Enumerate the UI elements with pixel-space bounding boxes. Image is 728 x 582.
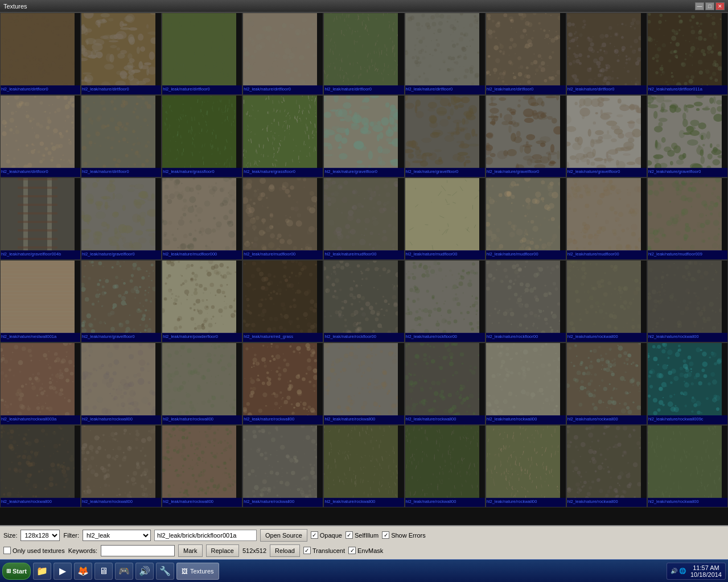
svg-point-5239 [166, 437, 170, 441]
svg-point-3092 [201, 326, 205, 330]
texture-item[interactable]: hl2_leak/nature/rockwall00 [242, 425, 323, 507]
texture-item[interactable]: hl2_leak/nature/rockwall00 [323, 425, 404, 507]
svg-point-3685 [623, 286, 628, 291]
svg-point-1823 [466, 156, 470, 158]
texture-item[interactable]: hl2_leak/nature/dirtfloor0 [81, 13, 162, 95]
texture-item[interactable]: hl2_leak/nature/rockwall00 [647, 260, 728, 342]
texture-item[interactable]: hl2_leak/nature/dirtfloor0 [242, 13, 323, 95]
texture-item[interactable]: hl2_leak/nature/rockwall00 [566, 342, 647, 425]
texture-item[interactable]: hl2_leak/nature/gravelfloor0 [566, 95, 647, 178]
texture-item[interactable]: hl2_leak/nature/gravelfloor0 [405, 95, 486, 178]
open-source-button[interactable]: Open Source [260, 529, 307, 542]
svg-point-4958 [36, 463, 37, 464]
texture-item[interactable]: hl2_leak/nature/rockwall00 [405, 342, 486, 425]
texture-item[interactable]: hl2_leak/nature/rockfloor00 [323, 260, 404, 342]
texture-grid: hl2_leak/nature/dirtfloor0 hl2_leak/natu… [0, 13, 728, 507]
svg-point-5982 [606, 448, 609, 451]
texture-item[interactable]: hl2_leak/nature/rockfloor00 [405, 260, 486, 342]
texture-item[interactable]: hl2_leak/nature/powderfloor0 [162, 260, 242, 342]
minimize-button[interactable]: — [695, 2, 704, 10]
svg-point-3061 [194, 291, 198, 295]
texture-item[interactable]: hl2_leak/nature/dirtfloor0 [162, 13, 242, 95]
texture-item[interactable]: hl2_leak/nature/dirtfloor0 [81, 95, 162, 178]
keywords-input[interactable] [101, 545, 175, 556]
texture-item[interactable]: hl2_leak/nature/rockwall00 [405, 425, 486, 507]
svg-point-3416 [445, 301, 446, 302]
texture-item[interactable]: hl2_leak/nature/rockwall00 [486, 425, 566, 507]
texture-item[interactable]: hl2_leak/nature/red_grass [242, 260, 323, 342]
texture-item[interactable]: hl2_leak/nature/mudfloor009 [647, 178, 728, 260]
texture-item[interactable]: hl2_leak/nature/mudfloor00 [323, 178, 404, 260]
taskbar-icon-app7[interactable]: 🔧 [156, 563, 174, 580]
svg-point-15 [44, 56, 48, 60]
mark-button[interactable]: Mark [178, 544, 202, 557]
texture-item[interactable]: hl2_leak/nature/rockwall00 [486, 342, 566, 425]
texture-item[interactable]: hl2_leak/nature/rockwall00 [242, 342, 323, 425]
svg-point-257 [127, 62, 133, 69]
texture-item[interactable]: hl2_leak/nature/rockwall00 [81, 425, 162, 507]
taskbar-textures-app[interactable]: 🖼 Textures [176, 563, 219, 580]
svg-point-3352 [351, 271, 353, 273]
svg-point-4916 [1, 431, 3, 434]
texture-item[interactable]: hl2_leak/nature/dirtfloor0 [486, 13, 566, 95]
texture-item[interactable]: hl2_leak/nature/gravelfloor0 [647, 95, 728, 178]
svg-point-2060 [682, 119, 688, 127]
taskbar-icon-audio[interactable]: 🔊 [135, 563, 154, 580]
translucent-checkbox[interactable] [303, 547, 311, 554]
texture-item[interactable]: hl2_leak/nature/rockwall00 [566, 425, 647, 507]
texture-item[interactable]: hl2_leak/nature/rockwall003a [0, 342, 81, 425]
texture-item[interactable]: hl2_leak/nature/dirtfloor0 [566, 13, 647, 95]
texture-item[interactable]: hl2_leak/nature/rockwall00 [162, 342, 242, 425]
taskbar-icon-steam[interactable]: 🎮 [115, 563, 133, 580]
start-button[interactable]: ⊞ Start [2, 563, 31, 580]
svg-point-4656 [546, 371, 551, 375]
only-used-checkbox[interactable] [3, 547, 11, 554]
taskbar-icon-explorer[interactable]: 📁 [33, 563, 51, 580]
svg-point-3478 [532, 325, 534, 327]
svg-point-4709 [611, 360, 613, 361]
svg-point-48 [26, 51, 29, 55]
texture-item[interactable]: hl2_leak/nature/mudfloor00 [486, 178, 566, 260]
svg-point-5228 [199, 473, 203, 477]
texture-item[interactable]: hl2_leak/nature/rockfloor00 [486, 260, 566, 342]
filter-select[interactable]: hl2_leak hl2 all [83, 530, 151, 541]
texture-item[interactable]: hl2_leak/nature/rockwall00 [647, 425, 728, 507]
texture-item[interactable]: hl2_leak/nature/gravelfloor0 [81, 178, 162, 260]
texture-item[interactable]: hl2_leak/nature/mudfloor00 [405, 178, 486, 260]
show-errors-checkbox[interactable] [382, 531, 389, 539]
texture-item[interactable]: hl2_leak/nature/mudfloor00 [566, 178, 647, 260]
texture-item[interactable]: hl2_leak/nature/dirtfloor0 [323, 13, 404, 95]
svg-point-4289 [314, 346, 314, 346]
texture-item[interactable]: hl2_leak/nature/gravelfloor0 [81, 260, 162, 342]
texture-item[interactable]: hl2_leak/nature/nestwall001a [0, 260, 81, 342]
envmask-checkbox[interactable] [348, 547, 356, 554]
close-button[interactable]: ✕ [715, 2, 725, 10]
texture-item[interactable]: hl2_leak/nature/gravelfloor0 [486, 95, 566, 178]
texture-item[interactable]: hl2_leak/nature/rockwall00 [566, 260, 647, 342]
opaque-checkbox[interactable] [311, 531, 318, 539]
texture-item[interactable]: hl2_leak/nature/rockwall00 [81, 342, 162, 425]
texture-item[interactable]: hl2_leak/nature/rockwall009c [647, 342, 728, 425]
selfillum-checkbox[interactable] [346, 531, 353, 539]
texture-item[interactable]: hl2_leak/nature/dirtfloor0 [0, 13, 81, 95]
replace-button[interactable]: Replace [206, 544, 239, 557]
texture-item[interactable]: hl2_leak/nature/gravelfloor0 [323, 95, 404, 178]
texture-item[interactable]: hl2_leak/nature/mudfloor00 [242, 178, 323, 260]
maximize-button[interactable]: □ [705, 2, 714, 10]
texture-item[interactable]: hl2_leak/nature/mudfloor000 [162, 178, 242, 260]
taskbar-icon-control[interactable]: 🖥 [94, 563, 113, 580]
size-select[interactable]: 128x128 64x64 256x256 512x512 [20, 530, 60, 541]
texture-item[interactable]: hl2_leak/nature/dirtfloor011a [647, 13, 728, 95]
taskbar-icon-firefox[interactable]: 🦊 [74, 563, 92, 580]
texture-item[interactable]: hl2_leak/nature/grassfloor0 [242, 95, 323, 178]
texture-item[interactable]: hl2_leak/nature/rockwall00 [323, 342, 404, 425]
texture-item[interactable]: hl2_leak/nature/rockwall00 [0, 425, 81, 507]
texture-browser[interactable]: hl2_leak/nature/dirtfloor0 hl2_leak/natu… [0, 13, 728, 525]
texture-item[interactable]: hl2_leak/nature/gravelfloor004b [0, 178, 81, 260]
reload-button[interactable]: Reload [270, 544, 300, 557]
taskbar-icon-media[interactable]: ▶ [54, 563, 72, 580]
texture-item[interactable]: hl2_leak/nature/dirtfloor0 [405, 13, 486, 95]
texture-item[interactable]: hl2_leak/nature/rockwall00 [162, 425, 242, 507]
texture-item[interactable]: hl2_leak/nature/grassfloor0 [162, 95, 242, 178]
texture-item[interactable]: hl2_leak/nature/dirtfloor0 [0, 95, 81, 178]
